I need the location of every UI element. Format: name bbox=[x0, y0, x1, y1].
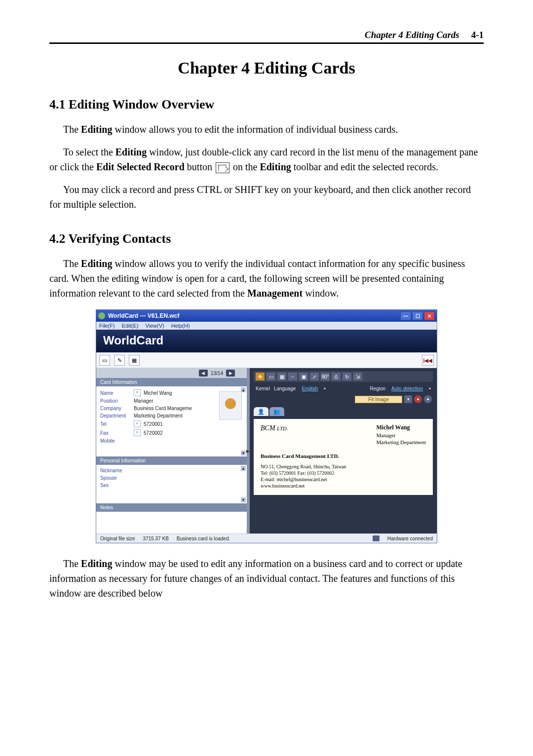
company-value[interactable]: Business Card Manageme bbox=[134, 406, 192, 411]
fit-image-button[interactable]: Fit Image bbox=[355, 396, 402, 403]
card-addr1: NO.51, Chenggong Road, Shinchu, Taiwan bbox=[261, 463, 426, 470]
card-addr3: E-mail: michel@businesscard.net bbox=[261, 476, 426, 483]
card-addr2: Tel: (03) 5720001 Fax: (03) 5720002 bbox=[261, 470, 426, 476]
menubar: File(F) Edit(E) View(V) Help(H) bbox=[96, 322, 437, 330]
titlebar: WorldCard --- V61.EN.wcf — ☐ ✕ bbox=[96, 310, 437, 322]
collapse-panel-button[interactable]: |◀◀ bbox=[422, 355, 434, 366]
editing-window: WorldCard --- V61.EN.wcf — ☐ ✕ File(F) E… bbox=[96, 309, 437, 543]
toolbar-btn-2[interactable]: ✎ bbox=[114, 355, 125, 366]
kernel-label: Kernel bbox=[256, 386, 270, 391]
scroll-up-icon[interactable]: ▲ bbox=[241, 466, 246, 471]
department-value[interactable]: Marketing Department bbox=[134, 413, 183, 418]
language-select[interactable]: English bbox=[300, 386, 320, 391]
scroll-up-icon[interactable]: ▲ bbox=[241, 387, 246, 392]
main-toolbar: ▭ ✎ ▦ |◀◀ bbox=[96, 352, 437, 368]
status-left-label: Original file size bbox=[100, 536, 135, 541]
splitter[interactable] bbox=[247, 368, 250, 533]
window-title: WorldCard --- V61.EN.wcf bbox=[108, 312, 179, 319]
chapter-title: Chapter 4 Editing Cards bbox=[49, 59, 484, 77]
maximize-button[interactable]: ☐ bbox=[412, 311, 423, 320]
card-dept: Marketing Department bbox=[377, 439, 426, 446]
scroll-down-icon[interactable]: ▼ bbox=[241, 497, 246, 502]
running-header-text: Chapter 4 Editing Cards bbox=[365, 30, 459, 40]
back-tab[interactable]: 👥 bbox=[269, 407, 284, 416]
toolbar-btn-1[interactable]: ▭ bbox=[99, 355, 110, 366]
chevron-down-icon[interactable]: ▾ bbox=[404, 395, 412, 403]
front-tab[interactable]: 👤 bbox=[254, 407, 268, 416]
section-4-2-heading: 4.2 Verifying Contacts bbox=[49, 231, 484, 246]
status-left-value: 3715.37 KB bbox=[143, 536, 169, 541]
card-company: Business Card Management LTD. bbox=[261, 453, 426, 459]
chevron-down-icon[interactable]: ▾ bbox=[429, 386, 431, 391]
action-gray-icon[interactable]: ● bbox=[424, 395, 432, 403]
crop-icon[interactable]: ▭ bbox=[266, 373, 275, 380]
position-value[interactable]: Manager bbox=[134, 398, 153, 404]
zoom-in-icon[interactable]: ⤢ bbox=[310, 373, 319, 380]
card-addr4: www.businesscard.net bbox=[261, 483, 426, 489]
tel-add-icon[interactable]: + bbox=[134, 420, 141, 427]
region-label: Region bbox=[370, 386, 385, 391]
person-icon bbox=[225, 398, 236, 409]
card-info-header: Card Information bbox=[96, 378, 247, 386]
fax-value[interactable]: 5720002 bbox=[144, 430, 163, 436]
tel-label: Tel bbox=[100, 421, 131, 427]
sec42-p1: The Editing window allows you to verify … bbox=[49, 256, 484, 301]
hardware-icon bbox=[373, 535, 380, 541]
notes-textarea[interactable] bbox=[98, 512, 245, 531]
pager-next-button[interactable]: ▶ bbox=[226, 370, 235, 377]
running-header: Chapter 4 Editing Cards 4-1 bbox=[49, 30, 484, 44]
toolbar-btn-3[interactable]: ▦ bbox=[129, 355, 140, 366]
record-pager: ◀ 13/14 ▶ bbox=[96, 368, 247, 378]
fax-label: Fax bbox=[100, 430, 131, 436]
department-label: Department bbox=[100, 413, 131, 418]
select-icon[interactable]: ▦ bbox=[277, 373, 286, 380]
card-name: Michel Wang bbox=[377, 424, 426, 432]
menu-file[interactable]: File(F) bbox=[99, 323, 115, 329]
pager-counter: 13/14 bbox=[211, 371, 223, 376]
position-label: Position bbox=[100, 398, 131, 404]
section-4-1-heading: 4.1 Editing Window Overview bbox=[49, 97, 484, 112]
fax-add-icon[interactable]: + bbox=[134, 429, 141, 436]
name-add-icon[interactable]: + bbox=[134, 389, 141, 396]
status-bar: Original file size 3715.37 KB Business c… bbox=[96, 533, 437, 543]
minimize-button[interactable]: — bbox=[400, 311, 411, 320]
move-icon[interactable]: ✥ bbox=[256, 373, 265, 380]
company-label: Company bbox=[100, 406, 131, 411]
name-value[interactable]: Michel Wang bbox=[144, 390, 172, 396]
edit-selected-record-icon bbox=[216, 162, 229, 173]
app-icon bbox=[98, 312, 105, 319]
tel-value[interactable]: 5720001 bbox=[144, 421, 163, 427]
rotate-icon[interactable]: 90° bbox=[321, 373, 330, 380]
image-toolbar: ✥ ▭ ▦ − ▣ ⤢ 90° ⎙ ↻ ⇲ bbox=[254, 371, 433, 382]
language-label: Language bbox=[274, 386, 296, 391]
menu-view[interactable]: View(V) bbox=[145, 323, 164, 329]
status-left-msg: Business card is loaded. bbox=[177, 536, 230, 541]
menu-edit[interactable]: Edit(E) bbox=[122, 323, 139, 329]
zoom-fit-icon[interactable]: ▣ bbox=[299, 373, 308, 380]
print-icon[interactable]: ⎙ bbox=[332, 373, 341, 380]
sec41-p3: You may click a record and press CTRL or… bbox=[49, 182, 484, 212]
close-button[interactable]: ✕ bbox=[424, 311, 435, 320]
card-preview: BCM LTD. Michel Wang Manager Marketing D… bbox=[254, 419, 433, 495]
chevron-down-icon[interactable]: ▾ bbox=[324, 386, 326, 391]
export-icon[interactable]: ⇲ bbox=[353, 373, 362, 380]
right-pane: ✥ ▭ ▦ − ▣ ⤢ 90° ⎙ ↻ ⇲ Kernel Language En… bbox=[250, 368, 437, 533]
sec41-p1: The Editing window allows you to edit th… bbox=[49, 122, 484, 137]
left-pane: ◀ 13/14 ▶ Card Information ▲ ▼ Name+Mich… bbox=[96, 368, 247, 533]
pager-prev-button[interactable]: ◀ bbox=[199, 370, 208, 377]
zoom-out-icon[interactable]: − bbox=[288, 373, 297, 380]
spouse-label: Spouse bbox=[100, 475, 131, 481]
scroll-down-icon[interactable]: ▼ bbox=[241, 451, 246, 455]
card-side-tabs: 👤 👥 bbox=[254, 407, 433, 416]
sec42-p2: The Editing window may be used to edit a… bbox=[49, 556, 484, 601]
sec41-p2: To select the Editing window, just doubl… bbox=[49, 145, 484, 174]
brand-bar: WorldCard bbox=[96, 330, 437, 352]
page-number: 4-1 bbox=[471, 30, 484, 40]
region-select[interactable]: Auto detection bbox=[389, 386, 425, 391]
refresh-icon[interactable]: ↻ bbox=[343, 373, 351, 380]
nickname-label: Nickname bbox=[100, 468, 131, 473]
card-role: Manager bbox=[377, 432, 426, 439]
name-label: Name bbox=[100, 390, 131, 396]
menu-help[interactable]: Help(H) bbox=[171, 323, 190, 329]
action-red-icon[interactable]: ● bbox=[414, 395, 422, 403]
